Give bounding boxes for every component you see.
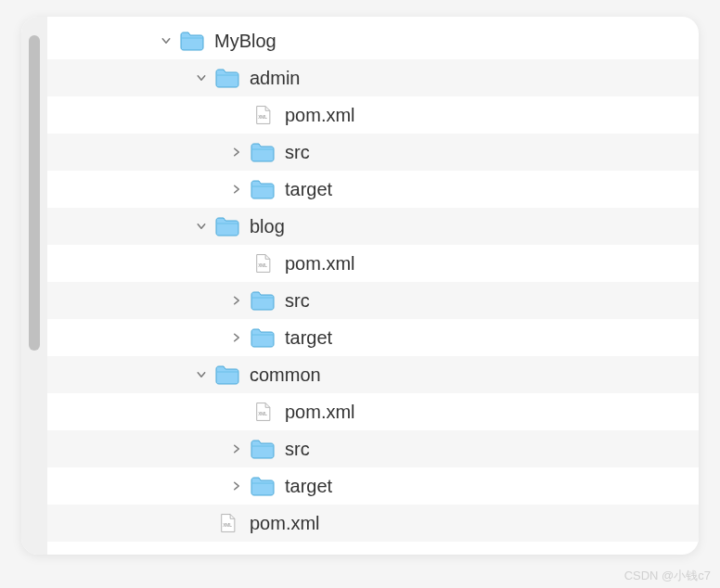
tree-row[interactable]: pom.xml xyxy=(47,505,699,542)
chevron-down-icon[interactable] xyxy=(159,33,174,48)
tree-row[interactable]: target xyxy=(47,467,699,505)
folder-icon xyxy=(250,176,276,202)
tree-row[interactable]: pom.xml xyxy=(47,96,699,134)
tree-item-label: src xyxy=(285,142,310,163)
tree-item-label: pom.xml xyxy=(285,402,355,423)
folder-icon xyxy=(179,28,205,54)
scrollbar-thumb[interactable] xyxy=(29,35,40,351)
folder-icon xyxy=(214,65,240,91)
folder-icon xyxy=(250,473,276,499)
xml-file-icon xyxy=(250,102,276,128)
folder-icon xyxy=(250,139,276,165)
chevron-right-icon[interactable] xyxy=(229,145,244,160)
tree-item-label: src xyxy=(285,439,310,460)
tree-row[interactable]: src xyxy=(47,282,699,319)
chevron-down-icon[interactable] xyxy=(194,70,209,85)
tree-row[interactable]: admin xyxy=(47,59,699,96)
tree-row[interactable]: common xyxy=(47,356,699,393)
xml-file-icon xyxy=(214,510,240,536)
xml-file-icon xyxy=(250,250,276,276)
chevron-down-icon[interactable] xyxy=(194,219,209,234)
tree-item-label: target xyxy=(285,179,332,200)
chevron-right-icon[interactable] xyxy=(229,182,244,197)
xml-file-icon xyxy=(250,399,276,425)
folder-icon xyxy=(250,325,276,351)
chevron-right-icon[interactable] xyxy=(229,330,244,345)
tree-item-label: pom.xml xyxy=(285,253,355,275)
tree-item-label: pom.xml xyxy=(285,105,355,126)
tree-item-label: MyBlog xyxy=(214,31,276,52)
tree-item-label: target xyxy=(285,476,332,497)
tree-item-label: pom.xml xyxy=(250,513,320,534)
tree-item-label: blog xyxy=(250,216,285,237)
chevron-right-icon[interactable] xyxy=(229,479,244,493)
tree-row[interactable]: target xyxy=(47,319,699,356)
tree-item-label: src xyxy=(285,290,310,312)
tree-row[interactable]: src xyxy=(47,430,699,467)
tree-row[interactable]: pom.xml xyxy=(47,393,699,430)
tree-row[interactable]: MyBlog xyxy=(47,22,699,59)
tree-item-label: admin xyxy=(250,68,300,89)
folder-icon xyxy=(214,362,240,388)
watermark-text: CSDN @小钱c7 xyxy=(624,568,711,584)
tree-item-label: common xyxy=(250,364,321,386)
chevron-down-icon[interactable] xyxy=(194,367,209,382)
tree-row[interactable]: target xyxy=(47,171,699,208)
folder-icon xyxy=(250,436,276,462)
tree-row[interactable]: src xyxy=(47,134,699,171)
chevron-right-icon[interactable] xyxy=(229,293,244,308)
tree-row[interactable]: pom.xml xyxy=(47,245,699,282)
scrollbar-track[interactable] xyxy=(21,17,47,555)
folder-icon xyxy=(250,288,276,313)
tree-item-label: target xyxy=(285,327,332,349)
file-tree: MyBlogadminpom.xmlsrctargetblogpom.xmlsr… xyxy=(47,17,699,555)
tree-row[interactable]: blog xyxy=(47,208,699,245)
file-tree-panel: MyBlogadminpom.xmlsrctargetblogpom.xmlsr… xyxy=(21,17,699,555)
chevron-right-icon[interactable] xyxy=(229,441,244,456)
folder-icon xyxy=(214,213,240,239)
